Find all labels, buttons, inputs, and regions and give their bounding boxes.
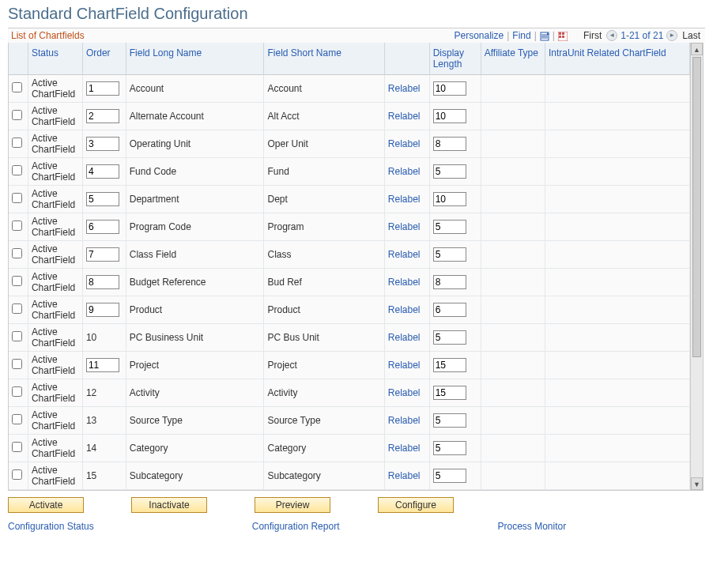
find-link[interactable]: Find	[512, 30, 530, 41]
col-status[interactable]: Status	[28, 43, 82, 75]
display-length-input[interactable]	[433, 358, 466, 372]
order-input[interactable]	[86, 303, 119, 317]
process-monitor-link[interactable]: Process Monitor	[497, 521, 566, 532]
display-length-input[interactable]	[433, 109, 466, 123]
order-cell: 12	[82, 379, 126, 407]
row-select-checkbox[interactable]	[12, 82, 22, 92]
row-select-checkbox[interactable]	[12, 414, 22, 424]
nav-prev-icon[interactable]: ◄	[606, 30, 617, 41]
short-name-cell: Class	[264, 241, 384, 269]
relabel-link[interactable]: Relabel	[388, 277, 421, 288]
configure-button[interactable]: Configure	[378, 497, 454, 513]
order-input[interactable]	[86, 220, 119, 234]
scroll-up-arrow-icon[interactable]: ▲	[691, 43, 703, 55]
relabel-link[interactable]: Relabel	[388, 111, 421, 122]
scroll-thumb[interactable]	[692, 57, 701, 357]
vertical-scrollbar[interactable]: ▲ ▼	[690, 43, 703, 490]
inactivate-button[interactable]: Inactivate	[131, 497, 207, 513]
row-select-checkbox[interactable]	[12, 248, 22, 258]
row-select-checkbox[interactable]	[12, 220, 22, 231]
table-row: Active ChartFieldProjectProjectRelabel	[9, 352, 703, 379]
row-select-checkbox[interactable]	[12, 469, 22, 480]
row-select-checkbox[interactable]	[12, 386, 22, 397]
row-select-checkbox[interactable]	[12, 303, 22, 314]
preview-button[interactable]: Preview	[255, 497, 330, 513]
long-name-cell: Fund Code	[126, 158, 264, 186]
configuration-status-link[interactable]: Configuration Status	[8, 521, 94, 532]
row-select-checkbox[interactable]	[12, 193, 22, 203]
col-short-name[interactable]: Field Short Name	[264, 43, 384, 75]
display-length-input[interactable]	[433, 441, 466, 455]
svg-rect-2	[559, 32, 561, 35]
relabel-link[interactable]: Relabel	[388, 332, 421, 343]
relabel-link[interactable]: Relabel	[388, 166, 421, 177]
long-name-cell: Budget Reference	[126, 269, 264, 296]
display-length-input[interactable]	[433, 413, 466, 428]
relabel-link[interactable]: Relabel	[388, 221, 421, 232]
relabel-link[interactable]: Relabel	[388, 83, 421, 94]
order-input[interactable]	[86, 358, 119, 372]
relabel-link[interactable]: Relabel	[388, 304, 421, 315]
col-display-length[interactable]: Display Length	[429, 43, 481, 75]
affiliate-type-cell	[481, 186, 545, 213]
display-length-input[interactable]	[433, 330, 466, 345]
order-input[interactable]	[86, 275, 119, 289]
display-length-input[interactable]	[433, 164, 466, 179]
display-length-input[interactable]	[433, 275, 466, 289]
nav-next-icon[interactable]: ►	[666, 30, 677, 41]
display-length-input[interactable]	[433, 220, 466, 234]
row-select-checkbox[interactable]	[12, 359, 22, 369]
order-input[interactable]	[86, 81, 119, 96]
download-icon[interactable]	[558, 30, 568, 41]
row-select-checkbox[interactable]	[12, 138, 22, 148]
short-name-cell: Fund	[264, 158, 384, 186]
relabel-link[interactable]: Relabel	[388, 443, 421, 454]
relabel-link[interactable]: Relabel	[388, 415, 421, 426]
row-select-checkbox[interactable]	[12, 110, 22, 120]
long-name-cell: Class Field	[126, 241, 264, 269]
display-length-input[interactable]	[433, 137, 466, 151]
separator: |	[553, 30, 555, 41]
relabel-link[interactable]: Relabel	[388, 194, 421, 205]
scroll-down-arrow-icon[interactable]: ▼	[691, 477, 703, 490]
activate-button[interactable]: Activate	[8, 497, 84, 513]
long-name-cell: Department	[126, 186, 264, 213]
col-affiliate-type[interactable]: Affiliate Type	[481, 43, 545, 75]
relabel-link[interactable]: Relabel	[388, 470, 421, 481]
row-select-checkbox[interactable]	[12, 165, 22, 175]
affiliate-type-cell	[481, 158, 545, 186]
relabel-link[interactable]: Relabel	[388, 138, 421, 149]
configuration-report-link[interactable]: Configuration Report	[252, 521, 340, 532]
order-input[interactable]	[86, 164, 119, 179]
page-title: Standard ChartField Configuration	[8, 5, 705, 23]
col-relabel	[384, 43, 429, 75]
long-name-cell: PC Business Unit	[126, 324, 264, 352]
relabel-link[interactable]: Relabel	[388, 249, 421, 260]
long-name-cell: Alternate Account	[126, 103, 264, 130]
grid-header-bar: List of Chartfields Personalize | Find |…	[8, 28, 705, 43]
relabel-link[interactable]: Relabel	[388, 387, 421, 398]
col-long-name[interactable]: Field Long Name	[126, 43, 264, 75]
display-length-input[interactable]	[433, 303, 466, 317]
col-order[interactable]: Order	[82, 43, 126, 75]
short-name-cell: Subcategory	[264, 462, 384, 490]
display-length-input[interactable]	[433, 81, 466, 96]
personalize-link[interactable]: Personalize	[455, 30, 504, 41]
row-select-checkbox[interactable]	[12, 276, 22, 286]
display-length-input[interactable]	[433, 386, 466, 400]
row-select-checkbox[interactable]	[12, 442, 22, 452]
order-input[interactable]	[86, 137, 119, 151]
affiliate-type-cell	[481, 435, 545, 462]
short-name-cell: Product	[264, 296, 384, 324]
order-input[interactable]	[86, 109, 119, 123]
display-length-input[interactable]	[433, 247, 466, 262]
relabel-link[interactable]: Relabel	[388, 360, 421, 371]
col-intraunit[interactable]: IntraUnit Related ChartField	[545, 43, 689, 75]
order-input[interactable]	[86, 192, 119, 206]
view-all-icon[interactable]	[540, 30, 549, 41]
order-input[interactable]	[86, 247, 119, 262]
row-select-checkbox[interactable]	[12, 331, 22, 341]
nav-range: 1-21 of 21	[621, 30, 663, 41]
display-length-input[interactable]	[433, 192, 466, 206]
display-length-input[interactable]	[433, 469, 466, 483]
